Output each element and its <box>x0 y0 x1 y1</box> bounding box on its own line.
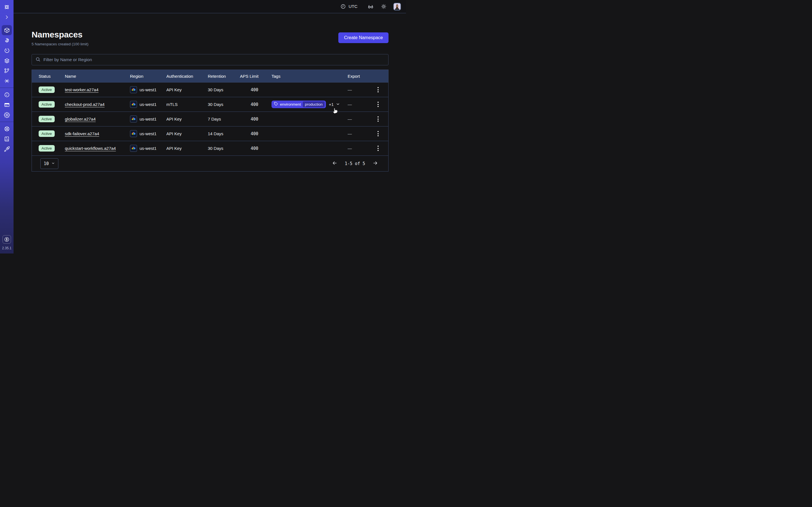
table-header-row: Status Name Region Authentication Retent… <box>32 70 388 82</box>
timezone-button[interactable]: UTC <box>340 4 357 9</box>
sidebar-item-usage[interactable] <box>2 90 12 100</box>
region-label: us-west1 <box>140 117 156 121</box>
sidebar-item-monitoring[interactable] <box>2 35 12 45</box>
sidebar-divider <box>0 122 13 122</box>
sidebar-item-docs[interactable] <box>2 134 12 144</box>
status-badge: Active <box>39 116 55 122</box>
auth-label: mTLS <box>166 102 208 107</box>
namespace-link[interactable]: globalizer.a27a4 <box>65 117 96 121</box>
auth-label: API Key <box>166 87 208 92</box>
book-sparkles-icon <box>4 136 10 142</box>
timezone-label: UTC <box>349 4 357 9</box>
sidebar-item-batch-operations[interactable] <box>2 76 12 86</box>
status-badge: Active <box>39 130 55 137</box>
asterisk-icon <box>4 78 10 84</box>
table-row: Active sdk-failover.a27a4 us-west1 API K… <box>32 126 388 141</box>
tags-cell: environment production +1 <box>271 101 348 108</box>
row-menu-button[interactable] <box>374 85 382 95</box>
region-label: us-west1 <box>140 131 156 136</box>
page-size-select[interactable]: 10 <box>40 158 58 169</box>
arrow-right-icon <box>372 160 378 167</box>
row-menu-button[interactable] <box>374 100 382 109</box>
gcp-cloud-icon <box>130 101 137 108</box>
filter-bar <box>32 54 389 65</box>
sidebar-item-support[interactable] <box>2 124 12 134</box>
table-row: Active checkout-prod.a27a4 us-west1 mTLS… <box>32 97 388 112</box>
temporal-logo-icon <box>2 2 12 12</box>
topbar: UTC <box>13 0 406 13</box>
gcp-cloud-icon <box>130 130 137 137</box>
region-label: us-west1 <box>140 87 156 92</box>
row-menu-button[interactable] <box>374 144 382 153</box>
export-value: — <box>348 131 372 136</box>
status-badge: Active <box>39 145 55 152</box>
page-size-value: 10 <box>44 161 49 166</box>
tag-key: environment <box>280 102 301 107</box>
aps-limit-value: 400 <box>240 146 271 151</box>
theme-toggle-button[interactable] <box>381 4 387 9</box>
column-header-region: Region <box>130 74 166 78</box>
sidebar: 2.35.1 <box>0 0 13 253</box>
tag-pill[interactable]: environment production <box>271 101 326 108</box>
sidebar-item-settings[interactable] <box>2 110 12 120</box>
aps-limit-value: 400 <box>240 117 271 122</box>
table-row: Active test-worker.a27a4 us-west1 API Ke… <box>32 82 388 97</box>
column-header-export: Export <box>348 74 372 78</box>
search-icon <box>35 57 41 63</box>
tag-value: production <box>303 101 324 107</box>
row-menu-button[interactable] <box>374 129 382 138</box>
sidebar-divider <box>0 88 13 88</box>
sidebar-item-deployments[interactable] <box>2 55 12 66</box>
previous-page-button[interactable] <box>332 160 338 167</box>
namespace-link[interactable]: checkout-prod.a27a4 <box>65 102 105 107</box>
create-namespace-button[interactable]: Create Namespace <box>338 33 389 43</box>
column-header-retention: Retention <box>208 74 240 78</box>
auth-label: API Key <box>166 131 208 136</box>
namespace-link[interactable]: quickstart-workflows.a27a4 <box>65 146 116 151</box>
main-content: Namespaces 5 Namespaces created (100 lim… <box>13 13 406 253</box>
page-range-label: 1-5 of 5 <box>345 161 365 166</box>
namespace-link[interactable]: sdk-failover.a27a4 <box>65 131 99 136</box>
tags-more-count: +1 <box>329 102 334 107</box>
aps-limit-value: 400 <box>240 102 271 107</box>
layers-icon <box>4 58 10 64</box>
dollar-seal-icon <box>4 237 10 242</box>
namespaces-table: Status Name Region Authentication Retent… <box>32 69 389 172</box>
sidebar-expand-button[interactable] <box>2 12 12 22</box>
timer-icon <box>4 48 10 54</box>
auth-label: API Key <box>166 146 208 151</box>
sidebar-item-schedules[interactable] <box>2 45 12 55</box>
export-value: — <box>348 102 372 107</box>
feedback-button[interactable] <box>368 4 373 10</box>
gear-icon <box>4 112 10 118</box>
glasses-icon <box>368 4 373 10</box>
chevron-right-icon <box>4 15 9 20</box>
sidebar-item-getting-started[interactable] <box>2 144 12 154</box>
tag-icon <box>274 102 278 107</box>
status-badge: Active <box>39 87 55 93</box>
filter-input[interactable] <box>43 57 385 62</box>
table-row: Active quickstart-workflows.a27a4 us-wes… <box>32 141 388 156</box>
concentric-circles-icon <box>4 38 10 43</box>
rocket-icon <box>4 146 10 152</box>
column-header-name: Name <box>65 74 130 78</box>
namespace-link[interactable]: test-worker.a27a4 <box>65 87 98 92</box>
tags-expand-button[interactable]: +1 <box>329 102 340 107</box>
retention-label: 30 Days <box>208 102 240 107</box>
cube-icon <box>4 27 10 33</box>
auth-label: API Key <box>166 117 208 121</box>
user-avatar[interactable] <box>393 3 401 10</box>
gauge-icon <box>4 92 10 98</box>
next-page-button[interactable] <box>372 160 378 167</box>
row-menu-button[interactable] <box>374 114 382 124</box>
pricing-button[interactable] <box>3 235 11 244</box>
region-label: us-west1 <box>140 146 156 151</box>
sidebar-item-billing[interactable] <box>2 100 12 110</box>
sidebar-item-namespaces[interactable] <box>2 25 12 35</box>
lifebuoy-icon <box>4 126 10 132</box>
aps-limit-value: 400 <box>240 131 271 136</box>
sidebar-item-nexus[interactable] <box>2 66 12 76</box>
export-value: — <box>348 117 372 121</box>
column-header-authentication: Authentication <box>166 74 208 78</box>
table-row: Active globalizer.a27a4 us-west1 API Key… <box>32 112 388 126</box>
